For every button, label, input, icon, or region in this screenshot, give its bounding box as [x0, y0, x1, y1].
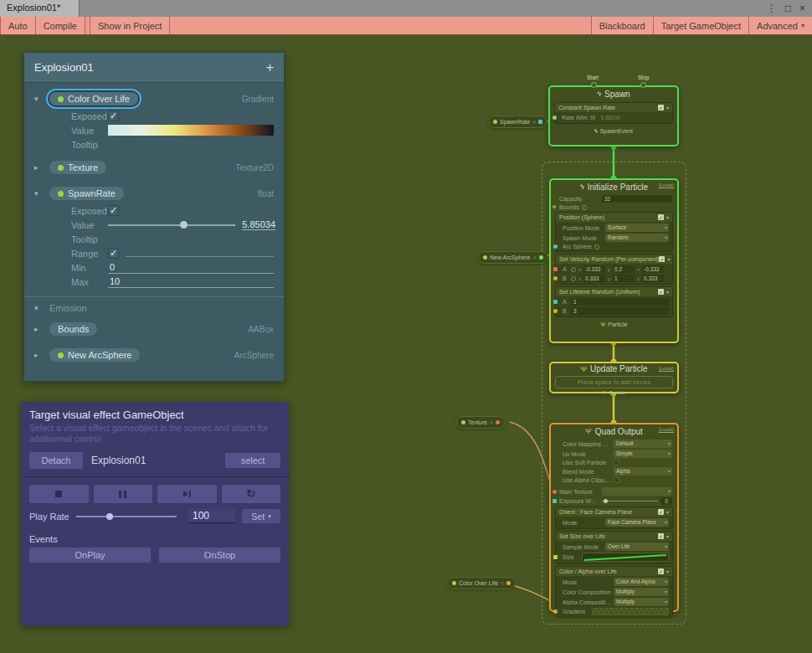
blend-mode-dropdown[interactable]: Alpha	[614, 467, 672, 476]
collapse-icon[interactable]: ▾	[667, 256, 670, 262]
property-pill-new-arcsphere[interactable]: New ArcSphere	[49, 348, 140, 362]
target-gameobject-panel[interactable]: Target visual effect GameObject Select a…	[21, 402, 289, 626]
onstop-button[interactable]: OnStop	[159, 548, 280, 563]
block-enabled-checkbox[interactable]	[659, 256, 665, 262]
set-rate-button[interactable]: Set▾	[242, 509, 280, 523]
parameter-node-new-arcsphere[interactable]: New ArcSphere <	[478, 251, 548, 264]
target-gameobject-toggle-button[interactable]: Target GameObject	[653, 17, 748, 34]
parameter-node-color-over-life[interactable]: Color Over Life <	[447, 577, 516, 589]
b-x-field[interactable]: 0.333	[583, 275, 605, 282]
block-enabled-checkbox[interactable]	[658, 289, 664, 295]
property-pill-texture[interactable]: Texture	[49, 161, 106, 174]
step-button[interactable]	[157, 485, 217, 503]
select-button[interactable]: select	[225, 453, 280, 468]
play-rate-field[interactable]: 100	[188, 509, 235, 523]
block-enabled-checkbox[interactable]	[658, 509, 664, 515]
exposure-weight-field[interactable]: 0	[660, 497, 672, 505]
b-input-port[interactable]	[553, 309, 558, 313]
bounds-input-port[interactable]	[552, 205, 556, 208]
b-y-field[interactable]: 1	[613, 275, 635, 282]
capacity-field[interactable]: 32	[602, 195, 672, 203]
a-x-field[interactable]: -0.333	[583, 265, 605, 273]
output-port[interactable]	[539, 255, 543, 260]
node-spawn[interactable]: Start Stop ϟSpawn Constant Spawn Rate ▾ …	[548, 85, 679, 147]
main-texture-field[interactable]	[602, 487, 672, 496]
collapse-icon[interactable]: ▾	[666, 105, 669, 111]
value-slider[interactable]	[108, 219, 235, 230]
blackboard-panel[interactable]: Explosion01 + ▾ Color Over Life Gradient…	[23, 52, 285, 382]
color-mapping-mode-dropdown[interactable]: Default	[614, 440, 672, 448]
node-initialize-particle[interactable]: ϟInitialize Particle(Local) Capacity 32 …	[549, 178, 679, 343]
uv-mode-dropdown[interactable]: Simple	[614, 450, 672, 458]
sample-mode-dropdown[interactable]: Over Life	[605, 542, 669, 551]
block-position-sphere[interactable]: Position (Sphere) ▾ Position ModeSurface…	[555, 212, 673, 252]
size-curve-field[interactable]	[582, 553, 669, 562]
exposure-weight-slider[interactable]	[602, 497, 658, 505]
property-color-over-life[interactable]: ▾ Color Over Life Gradient	[24, 89, 284, 109]
block-set-size-over-life[interactable]: Set Size over Life ▾ Sample ModeOver Lif…	[555, 531, 673, 564]
property-bounds[interactable]: ▸ Bounds AABox	[24, 319, 284, 339]
color-composition-dropdown[interactable]: Multiply	[614, 588, 669, 596]
collapse-icon[interactable]: ▾	[666, 568, 669, 574]
a-z-field[interactable]: -0.333	[642, 265, 664, 273]
block-color-alpha-over-life[interactable]: Color / Alpha over Life ▾ ModeColor And …	[555, 566, 673, 618]
min-field[interactable]: 0	[108, 261, 274, 274]
output-port[interactable]	[506, 581, 511, 585]
arc-sphere-input-port[interactable]	[553, 244, 558, 249]
collapse-icon[interactable]: <	[501, 580, 504, 586]
block-constant-spawn-rate[interactable]: Constant Spawn Rate ▾ Rate (Min: 0) 5.85…	[554, 102, 673, 124]
a-y-field[interactable]: 0.2	[613, 265, 635, 273]
graph-canvas[interactable]: Explosion01 + ▾ Color Over Life Gradient…	[0, 35, 812, 653]
collapse-icon[interactable]: ▾	[666, 509, 669, 515]
block-set-velocity-random[interactable]: Set Velocity Random (Per-component) ▾ A …	[555, 254, 673, 285]
compile-button[interactable]: Compile	[36, 17, 85, 34]
detach-button[interactable]: Detach	[29, 452, 83, 469]
property-pill-color-over-life[interactable]: Color Over Life	[49, 92, 138, 105]
property-new-arcsphere[interactable]: ▸ New ArcSphere ArcSphere	[24, 345, 284, 365]
block-enabled-checkbox[interactable]	[658, 105, 664, 111]
menu-icon[interactable]: ⋮	[767, 3, 777, 14]
a-field[interactable]: 1	[571, 298, 669, 306]
tab-explosion01[interactable]: Explosion01*	[0, 0, 80, 17]
add-property-button[interactable]: +	[266, 60, 274, 75]
size-input-port[interactable]	[553, 555, 558, 559]
space-toggle[interactable]: (Local)	[659, 366, 674, 371]
parameter-node-texture[interactable]: Texture <	[456, 416, 505, 429]
gradient-value-field[interactable]	[108, 125, 274, 136]
max-field[interactable]: 10	[108, 275, 274, 288]
exposure-weight-input-port[interactable]	[552, 499, 557, 503]
exposed-checkbox[interactable]	[108, 205, 119, 216]
value-field[interactable]: 5.85034	[242, 219, 275, 230]
property-spawnrate[interactable]: ▾ SpawnRate float	[24, 183, 284, 203]
b-z-field[interactable]: 0.333	[642, 275, 664, 282]
gradient-field[interactable]	[592, 608, 669, 615]
main-texture-input-port[interactable]	[552, 490, 557, 494]
block-enabled-checkbox[interactable]	[658, 568, 664, 574]
block-orient-face-camera[interactable]: Orient : Face Camera Plane ▾ ModeFace Ca…	[555, 506, 673, 529]
collapse-icon[interactable]: ▾	[666, 289, 669, 295]
chevron-right-icon[interactable]: ▸	[34, 163, 43, 172]
a-input-port[interactable]	[553, 267, 558, 271]
a-input-port[interactable]	[553, 300, 558, 304]
category-emission[interactable]: ▾ Emission	[24, 296, 284, 313]
property-pill-spawnrate[interactable]: SpawnRate	[49, 187, 124, 200]
gradient-input-port[interactable]	[553, 609, 558, 614]
node-quad-output[interactable]: ΨQuad Output(Local) Color Mapping ModeDe…	[549, 423, 679, 612]
chevron-right-icon[interactable]: ▸	[34, 351, 43, 359]
use-soft-particle-checkbox[interactable]	[614, 460, 619, 465]
orient-mode-dropdown[interactable]: Face Camera Plane	[605, 518, 669, 527]
b-input-port[interactable]	[553, 276, 558, 280]
chevron-down-icon[interactable]: ▾	[34, 189, 43, 198]
collapse-icon[interactable]: <	[490, 419, 493, 425]
maximize-icon[interactable]: □	[785, 3, 791, 14]
pause-button[interactable]	[94, 485, 153, 503]
output-port[interactable]	[538, 120, 542, 124]
rate-input-port[interactable]	[552, 116, 557, 120]
collapse-icon[interactable]: ▾	[666, 533, 669, 539]
spawn-mode-dropdown[interactable]: Random	[605, 234, 669, 242]
chevron-down-icon[interactable]: ▾	[34, 304, 43, 312]
play-rate-slider[interactable]	[76, 511, 177, 522]
blackboard-toggle-button[interactable]: Blackboard	[591, 17, 653, 34]
color-mode-dropdown[interactable]: Color And Alpha	[614, 578, 669, 586]
collapse-icon[interactable]: ▾	[666, 214, 669, 220]
